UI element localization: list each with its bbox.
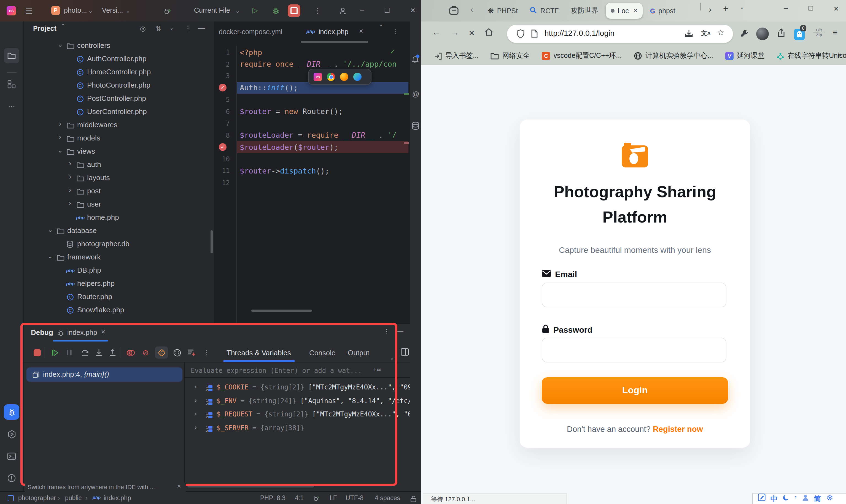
project-tool-icon[interactable] [4,48,19,64]
minimize-button[interactable]: – [360,0,364,20]
chevron-right-icon[interactable]: › [195,423,197,431]
status-php-version[interactable]: PHP: 8.3 [260,492,285,504]
firefox-browser-icon[interactable] [340,73,348,81]
inspection-ok-icon[interactable]: ✓ [390,47,396,56]
breadcrumb-project[interactable]: photographer [18,492,56,504]
tree-item[interactable]: ⌄views [24,145,190,158]
notifications-bell-icon[interactable] [411,56,419,66]
tab-console[interactable]: Console [309,349,335,357]
variable-row[interactable]: ›12$_REQUEST = {string[2]} ["MTc2MTgyMzE… [184,408,410,421]
maximize-button[interactable]: ☐ [808,5,813,12]
step-out-icon[interactable] [108,348,117,357]
url-text[interactable]: http://127.0.0.1/login [545,29,615,37]
scroll-tabs-left-icon[interactable]: ‹ [471,5,473,14]
step-into-icon[interactable] [94,348,103,357]
chevron-down-icon[interactable]: ⌄ [56,146,64,154]
chevron-right-icon[interactable]: › [66,173,74,181]
forward-icon[interactable]: → [450,28,459,37]
share-extension-icon[interactable] [777,28,786,40]
chrome-browser-icon[interactable] [327,73,335,81]
ime-language-icon[interactable]: 中 [771,493,778,504]
chevron-down-icon[interactable]: ⌄ [46,252,54,260]
mute-breakpoints-icon[interactable]: ⊘ [141,348,150,357]
debug-tool-icon[interactable] [4,404,19,420]
ghostery-extension-icon[interactable]: 0 [794,28,806,40]
services-tool-icon[interactable] [4,426,19,442]
status-caret-position[interactable]: 4:1 [295,492,304,504]
tree-item[interactable]: ›auth [24,158,190,171]
problems-tool-icon[interactable] [4,470,19,486]
status-line-ending[interactable]: LF [330,492,337,504]
hide-debug-icon[interactable]: — [396,327,403,335]
tree-item[interactable]: CHomeController.php [24,66,190,79]
status-encoding[interactable]: UTF-8 [346,492,364,504]
editor-hscrollbar[interactable] [251,309,312,312]
ime-moon-icon[interactable] [782,493,790,504]
stop-process-icon[interactable] [33,348,41,357]
project-panel-title[interactable]: Project [33,25,56,33]
chevron-right-icon[interactable]: › [195,383,197,391]
tree-item[interactable]: ›middlewares [24,119,190,132]
locate-file-icon[interactable]: ◎ [140,25,146,33]
chevron-right-icon[interactable]: › [56,120,64,128]
bookmark-item[interactable]: 网络安全 [491,47,530,65]
close-tab-icon[interactable]: ✕ [633,8,638,14]
break-at-first-line-icon[interactable]: C [155,346,168,359]
close-session-icon[interactable]: ✕ [101,329,106,335]
hide-panel-icon[interactable]: — [198,24,205,32]
ime-settings-icon[interactable] [826,493,833,504]
gitzip-extension-icon[interactable]: Git Zip [813,28,825,37]
tree-item[interactable]: ›post [24,184,190,198]
workspace-icon[interactable] [448,5,459,18]
tree-item[interactable]: ›layouts [24,171,190,184]
chevron-right-icon[interactable]: › [66,159,74,167]
address-bar[interactable]: http://127.0.0.1/login 文A ☆ [507,25,733,43]
debug-session-tab[interactable]: index.php [67,329,97,337]
bookmark-item[interactable]: 计算机实验教学中心... [634,47,713,65]
translate-icon[interactable]: 文A [701,29,711,37]
structure-tool-icon[interactable] [4,76,19,92]
main-menu-icon[interactable]: ☰ [25,0,33,21]
add-watch-icon[interactable] [188,348,196,357]
tree-scrollbar[interactable] [211,230,213,253]
back-icon[interactable]: ← [432,28,441,37]
frame-row[interactable]: index.php:4, {main}() [27,367,182,382]
run-button[interactable]: ▷ [252,6,258,14]
scroll-tabs-right-icon[interactable]: › [709,5,711,14]
browser-tab[interactable]: 攻防世界 [566,3,603,19]
email-input[interactable] [542,283,726,307]
breadcrumb-public[interactable]: public [65,492,82,504]
maximize-button[interactable]: ☐ [384,0,390,21]
tree-item[interactable]: CPostController.php [24,92,190,105]
document-icon[interactable] [531,29,538,40]
debugger-settings-icon[interactable] [173,348,181,357]
status-project-icon[interactable] [8,495,14,501]
tab-output[interactable]: Output [348,349,369,357]
status-lock-icon[interactable] [410,494,417,504]
status-indent[interactable]: 4 spaces [375,492,400,504]
chevron-right-icon[interactable]: › [195,410,197,417]
close-button[interactable]: ✕ [410,0,416,21]
ai-assistant-icon[interactable]: @ [412,90,419,98]
register-link[interactable]: Register now [653,425,703,433]
browser-menu-icon[interactable]: ≡ [833,28,838,37]
ime-user-icon[interactable] [801,493,809,504]
code-area[interactable]: 1<?php2require_once __DIR__ . '/../app/c… [214,21,410,323]
evaluate-expression-input[interactable]: Evaluate expression (Enter) or add a wat… [191,367,362,375]
stop-button[interactable] [288,4,300,17]
browser-tab[interactable]: Gphpst [645,3,681,19]
browser-tab[interactable]: RCTF [525,3,564,19]
tree-item[interactable]: phphome.php [24,211,190,224]
chevron-down-icon[interactable]: ⌄ [390,347,394,368]
close-button[interactable]: ✕ [833,5,839,13]
project-widget[interactable]: photo... [64,0,87,21]
expand-all-icon[interactable]: ⇅ [155,25,161,33]
tree-item[interactable]: ›models [24,132,190,145]
variable-row[interactable]: ›12$_COOKIE = {string[2]} ["MTc2MTgyMzE4… [184,381,410,394]
project-avatar[interactable]: P [51,6,60,15]
user-account-icon[interactable] [338,6,347,18]
tree-item[interactable]: CAuthController.php [24,52,190,66]
chevron-down-icon[interactable]: ⌄ [56,41,64,49]
tree-item[interactable]: phpDB.php [24,264,190,277]
tree-item[interactable]: photographer.db [24,237,190,251]
